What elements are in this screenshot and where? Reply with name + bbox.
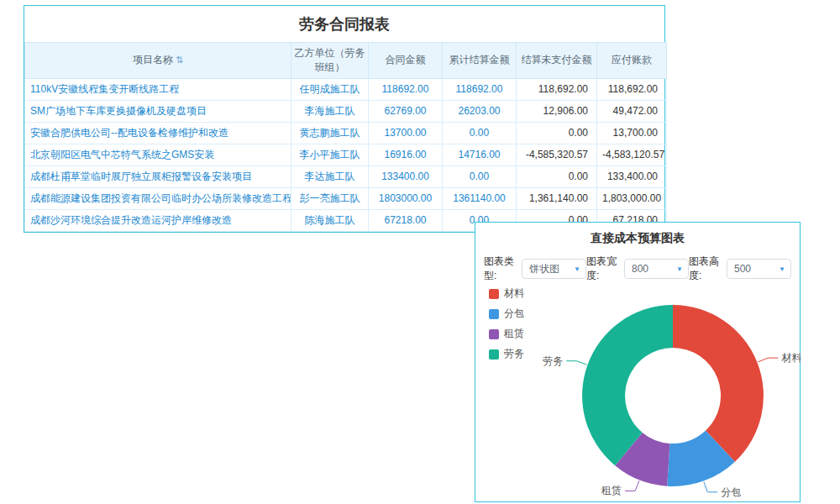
column-header-3: 合同金额 xyxy=(369,43,443,79)
unit-cell: 李达施工队 xyxy=(291,165,369,187)
column-header-6: 应付账款 xyxy=(597,43,667,79)
contract-amount-cell: 133400.00 xyxy=(369,165,443,187)
column-label: 应付账款 xyxy=(612,54,652,66)
report-title: 劳务合同报表 xyxy=(24,6,664,42)
pie-label: 材料 xyxy=(780,352,801,364)
column-label: 结算未支付金额 xyxy=(522,54,592,66)
labor-contract-report-card: 劳务合同报表 项目名称⇅乙方单位（劳务班组）合同金额累计结算金额结算未支付金额应… xyxy=(24,5,665,233)
unpaid-amount-cell: 118,692.00 xyxy=(517,78,597,100)
column-label: 累计结算金额 xyxy=(449,54,510,66)
contract-amount-cell: 1803000.00 xyxy=(369,187,443,209)
settled-amount-cell: 14716.00 xyxy=(443,144,517,165)
table-row: 成都能源建设集团投资有限公司临时办公场所装修改造工程EPC彭一亮施工队18030… xyxy=(25,187,667,209)
pie-label-line xyxy=(758,358,778,362)
column-header-2: 乙方单位（劳务班组） xyxy=(291,43,369,79)
contract-amount-cell: 62769.00 xyxy=(369,100,443,122)
contract-amount-cell: 13700.00 xyxy=(369,122,443,144)
pie-label-line xyxy=(566,361,586,365)
table-row: 北京朝阳区电气中芯特气系统之GMS安装李小平施工队16916.0014716.0… xyxy=(25,144,667,165)
legend-label: 劳务 xyxy=(504,347,524,361)
table-row: 110kV安徽线程集变开断线路工程任明成施工队118692.00118692.0… xyxy=(25,78,667,100)
project-cell[interactable]: 成都能源建设集团投资有限公司临时办公场所装修改造工程EPC xyxy=(25,187,291,209)
payable-amount-cell: 49,472.00 xyxy=(597,100,667,122)
sort-icon[interactable]: ⇅ xyxy=(176,55,183,65)
payable-amount-cell: 118,692.00 xyxy=(597,78,667,100)
payable-amount-cell: -4,583,120.57 xyxy=(597,144,667,165)
legend-item-3[interactable]: 租赁 xyxy=(489,327,524,341)
legend-item-4[interactable]: 劳务 xyxy=(489,347,524,361)
project-cell[interactable]: SM广场地下车库更换摄像机及硬盘项目 xyxy=(25,100,291,122)
cost-budget-chart-panel: 直接成本预算图表 图表类型: 饼状图▼图表宽度: 800▼图表高度: 500▼ … xyxy=(475,222,801,502)
legend-item-1[interactable]: 材料 xyxy=(489,286,524,301)
payable-amount-cell: 13,700.00 xyxy=(597,122,667,144)
contract-amount-cell: 118692.00 xyxy=(369,78,443,100)
pie-label-line xyxy=(704,482,717,492)
legend-label: 分包 xyxy=(504,307,524,321)
pie-label-line xyxy=(625,480,639,491)
pie-label: 分包 xyxy=(721,486,741,498)
column-header-5: 结算未支付金额 xyxy=(517,43,597,79)
settled-amount-cell: 26203.00 xyxy=(443,100,517,122)
project-cell[interactable]: 成都沙河环境综合提升改造运河护岸维修改造 xyxy=(25,209,291,231)
project-cell[interactable]: 110kV安徽线程集变开断线路工程 xyxy=(25,78,291,100)
unit-cell: 李海施工队 xyxy=(291,100,369,122)
unit-cell: 任明成施工队 xyxy=(291,78,369,100)
column-label: 合同金额 xyxy=(386,54,426,66)
chart-panel-title: 直接成本预算图表 xyxy=(475,231,800,246)
unpaid-amount-cell: 1,361,140.00 xyxy=(517,187,597,209)
unpaid-amount-cell: 12,906.00 xyxy=(517,100,597,122)
unit-cell: 彭一亮施工队 xyxy=(291,187,369,209)
table-row: SM广场地下车库更换摄像机及硬盘项目李海施工队62769.0026203.001… xyxy=(25,100,667,122)
column-label: 项目名称 xyxy=(133,54,173,66)
settled-amount-cell: 0.00 xyxy=(443,122,517,144)
settled-amount-cell: 118692.00 xyxy=(443,78,517,100)
legend-label: 租赁 xyxy=(504,327,524,341)
pie-label: 劳务 xyxy=(543,355,563,367)
payable-amount-cell: 133,400.00 xyxy=(597,165,667,187)
unit-cell: 李小平施工队 xyxy=(291,144,369,165)
column-header-4: 累计结算金额 xyxy=(443,43,517,79)
unpaid-amount-cell: -4,585,320.57 xyxy=(517,144,597,165)
pie-slice-1[interactable] xyxy=(673,305,764,462)
contract-amount-cell: 67218.00 xyxy=(369,209,443,231)
column-label: 乙方单位（劳务班组） xyxy=(295,47,365,73)
legend-swatch xyxy=(489,289,499,299)
legend-swatch xyxy=(489,329,499,339)
settled-amount-cell: 1361140.00 xyxy=(443,187,517,209)
unit-cell: 陈海施工队 xyxy=(291,209,369,231)
labor-contract-table: 项目名称⇅乙方单位（劳务班组）合同金额累计结算金额结算未支付金额应付账款 110… xyxy=(24,42,667,232)
settled-amount-cell: 0.00 xyxy=(443,165,517,187)
chart-legend: 材料分包租赁劳务 xyxy=(489,286,524,367)
payable-amount-cell: 1,803,000.00 xyxy=(597,187,667,209)
donut-chart: 材料分包租赁劳务 xyxy=(475,263,801,503)
table-row: 安徽合肥供电公司--配电设备检修维护和改造黄志鹏施工队13700.000.000… xyxy=(25,122,667,144)
legend-item-2[interactable]: 分包 xyxy=(489,307,524,321)
legend-swatch xyxy=(489,309,499,319)
legend-swatch xyxy=(489,349,499,360)
table-header: 项目名称⇅乙方单位（劳务班组）合同金额累计结算金额结算未支付金额应付账款 xyxy=(25,43,667,79)
column-header-1: 项目名称⇅ xyxy=(25,43,291,79)
project-cell[interactable]: 安徽合肥供电公司--配电设备检修维护和改造 xyxy=(25,122,291,144)
unit-cell: 黄志鹏施工队 xyxy=(291,122,369,144)
contract-amount-cell: 16916.00 xyxy=(369,144,443,165)
pie-label: 租赁 xyxy=(601,485,622,496)
pie-slice-4[interactable] xyxy=(582,305,673,465)
table-row: 成都杜甫草堂临时展厅独立展柜报警设备安装项目李达施工队133400.000.00… xyxy=(25,165,667,187)
legend-label: 材料 xyxy=(504,286,524,301)
unpaid-amount-cell: 0.00 xyxy=(517,165,597,187)
unpaid-amount-cell: 0.00 xyxy=(517,122,597,144)
project-cell[interactable]: 北京朝阳区电气中芯特气系统之GMS安装 xyxy=(25,144,291,165)
project-cell[interactable]: 成都杜甫草堂临时展厅独立展柜报警设备安装项目 xyxy=(25,165,291,187)
